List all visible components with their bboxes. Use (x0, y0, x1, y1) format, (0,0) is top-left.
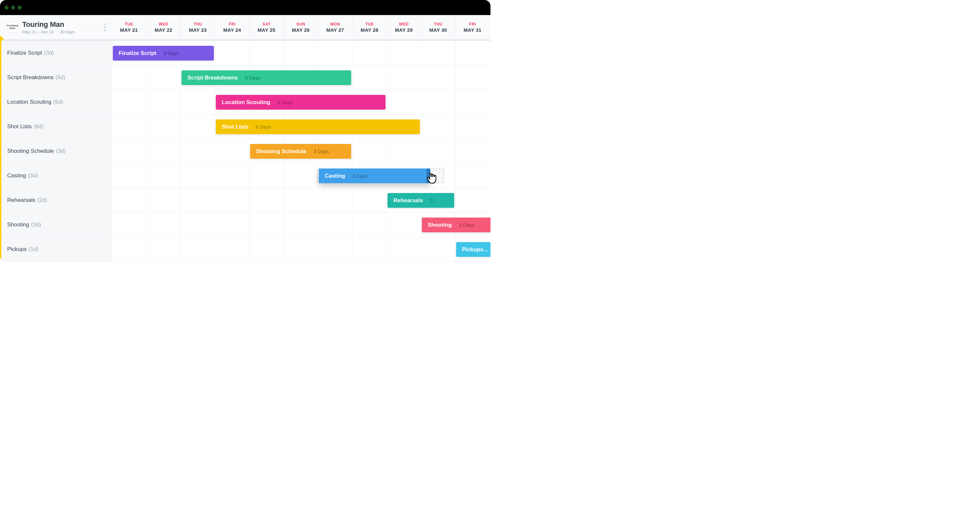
task-name: Script Breakdowns (7, 74, 54, 81)
day-of-week: THU (194, 22, 202, 27)
gantt-bar-meta: ·2… (426, 198, 438, 203)
task-row-label[interactable]: Shooting (3d) (0, 213, 112, 237)
day-column[interactable]: SATMAY 25 (249, 15, 283, 39)
separator-dot-icon: · (56, 29, 57, 34)
task-row-lane: Shooting·3 Days (112, 213, 490, 237)
timeline-header[interactable]: TUEMAY 21WEDMAY 22THUMAY 23FRIMAY 24SATM… (112, 15, 490, 39)
task-row-lane: Pickups… (112, 237, 490, 262)
gantt-bar[interactable]: Shooting Schedule·3 Days (250, 144, 351, 159)
day-of-week: WED (399, 22, 409, 27)
separator-dot-icon: · (274, 99, 275, 105)
day-of-week: SUN (297, 22, 305, 27)
separator-dot-icon: · (455, 222, 457, 228)
day-column[interactable]: TUEMAY 28 (352, 15, 387, 39)
day-column[interactable]: FRIMAY 31 (455, 15, 490, 39)
separator-dot-icon: · (159, 50, 161, 56)
gantt-bar-meta: ·3 Days (348, 173, 368, 179)
gantt-bar[interactable]: Shot Lists·6 Days (216, 120, 420, 134)
task-duration-short: (3d) (31, 222, 41, 228)
date-label: MAY 21 (120, 27, 138, 33)
task-row-label[interactable]: Rehearsals (2d) (0, 188, 112, 213)
gantt-bar-title: Shooting Schedule (256, 148, 306, 155)
task-row-label[interactable]: Script Breakdowns (5d) (0, 65, 112, 90)
gantt-bar-title: Casting (325, 173, 345, 179)
window-minimize-icon[interactable] (11, 6, 15, 10)
date-label: MAY 30 (430, 27, 447, 33)
task-row-lane: Casting·3 Days (112, 164, 490, 188)
gantt-bar[interactable]: Location Scouting·5 Days (216, 95, 385, 110)
gantt-bar[interactable]: Pickups… (456, 242, 490, 257)
separator-dot-icon: · (348, 173, 350, 179)
gantt-bar-meta: ·5 Days (274, 99, 293, 105)
gantt-bar-title: Finalize Script (119, 50, 156, 57)
task-duration-short: (1d) (29, 246, 38, 253)
window-zoom-icon[interactable] (18, 6, 22, 10)
date-label: MAY 22 (155, 27, 172, 33)
day-column[interactable]: THUMAY 23 (180, 15, 215, 39)
task-row-label[interactable]: Casting (3d) (0, 164, 112, 188)
day-of-week: THU (434, 22, 442, 27)
task-duration-short: (5d) (56, 74, 65, 81)
gantt-bar-duration: 3 Days (353, 173, 368, 179)
gantt-bar-meta: ·3 Days (159, 50, 179, 56)
task-row-lane: Location Scouting·5 Days (112, 90, 490, 115)
gantt-bar[interactable]: Casting·3 Days (319, 169, 430, 183)
task-name: Shooting Schedule (7, 148, 54, 155)
gantt-bar[interactable]: Finalize Script·3 Days (113, 46, 214, 61)
gantt-bar-title: Shooting (428, 222, 452, 228)
day-column[interactable]: FRIMAY 24 (215, 15, 249, 39)
day-column[interactable]: TUEMAY 21 (112, 15, 146, 39)
task-row-label[interactable]: Shooting Schedule (3d) (0, 139, 112, 164)
task-row-lane: Script Breakdowns·5 Days (112, 65, 490, 90)
date-label: MAY 25 (258, 27, 275, 33)
project-header: TOURING MAN Touring Man May 21 – Jun 18 … (0, 15, 112, 39)
app-window: TOURING MAN Touring Man May 21 – Jun 18 … (0, 0, 490, 262)
day-column[interactable]: MONMAY 27 (318, 15, 352, 39)
task-duration-short: (2d) (37, 197, 47, 204)
project-total-days: 30 days (60, 29, 75, 34)
separator-dot-icon: · (426, 198, 428, 203)
task-row-label[interactable]: Finalize Script (3d) (0, 41, 112, 65)
day-column[interactable]: THUMAY 30 (421, 15, 455, 39)
task-row-lane: Shooting Schedule·3 Days (112, 139, 490, 164)
task-duration-short: (6d) (34, 123, 43, 130)
header-toolbar: TOURING MAN Touring Man May 21 – Jun 18 … (0, 15, 490, 41)
gantt-bar[interactable]: Rehearsals·2… (388, 193, 454, 208)
project-icon: TOURING MAN (7, 22, 18, 32)
window-close-icon[interactable] (5, 6, 8, 10)
task-name: Rehearsals (7, 197, 35, 204)
gantt-bar[interactable]: Script Breakdowns·5 Days (181, 70, 351, 85)
separator-dot-icon: · (310, 148, 311, 154)
task-row-label[interactable]: Shot Lists (6d) (0, 115, 112, 139)
project-title: Touring Man (22, 20, 75, 29)
gantt-body: Finalize Script (3d)Finalize Script·3 Da… (0, 41, 490, 262)
more-options-button[interactable] (102, 22, 108, 33)
date-label: MAY 24 (223, 27, 241, 33)
gantt-bar-meta: ·3 Days (455, 222, 474, 228)
task-duration-short: (3d) (56, 148, 66, 155)
gantt-bar-duration: 5 Days (277, 99, 293, 105)
date-label: MAY 23 (189, 27, 207, 33)
task-row-lane: Rehearsals·2… (112, 188, 490, 213)
date-label: MAY 28 (361, 27, 378, 33)
task-name: Finalize Script (7, 50, 42, 56)
gantt-bar-title: Script Breakdowns (188, 75, 238, 81)
day-column[interactable]: WEDMAY 22 (146, 15, 180, 39)
day-column[interactable]: WEDMAY 29 (387, 15, 421, 39)
day-of-week: SAT (262, 22, 271, 27)
gantt-bar-duration: 6 Days (256, 124, 271, 129)
day-of-week: TUE (365, 22, 374, 27)
task-duration-short: (3d) (44, 50, 54, 56)
gantt-bar[interactable]: Shooting·3 Days (422, 218, 490, 232)
gantt-bar-meta: ·6 Days (252, 124, 271, 129)
gantt-bar-duration: 5 Days (245, 75, 260, 80)
gantt-bar-meta: ·5 Days (241, 75, 260, 80)
gantt-bar-meta: ·3 Days (310, 148, 329, 154)
gantt-bar-title: Rehearsals (393, 197, 423, 204)
task-row-label[interactable]: Pickups (1d) (0, 237, 112, 262)
separator-dot-icon: · (241, 75, 242, 80)
day-column[interactable]: SUNMAY 26 (283, 15, 318, 39)
date-label: MAY 29 (395, 27, 413, 33)
task-row-label[interactable]: Location Scouting (5d) (0, 90, 112, 115)
resize-handle[interactable] (426, 169, 430, 183)
